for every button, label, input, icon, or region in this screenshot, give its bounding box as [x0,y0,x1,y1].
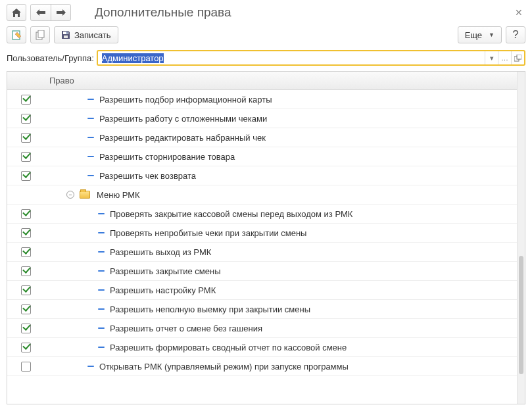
table-row[interactable]: Проверять закрытие кассовой смены перед … [7,205,517,224]
table-row[interactable]: Разрешить закрытие смены [7,262,517,281]
bullet-icon [98,289,105,291]
edit-button[interactable] [7,26,26,43]
table-row[interactable]: Проверять непробитые чеки при закрытии с… [7,224,517,243]
close-button[interactable]: ✕ [512,7,525,18]
table-row[interactable]: Разрешить выход из РМК [7,243,517,262]
bullet-icon [98,213,105,214]
combo-dropdown-button[interactable]: ▾ [485,51,498,64]
close-icon: ✕ [515,7,523,18]
user-group-combo[interactable]: ▾ … [97,50,525,66]
bullet-icon [98,232,105,233]
item-label: Разрешить чек возврата [99,171,196,181]
bullet-icon [98,347,105,348]
copy-button[interactable] [30,26,50,43]
svg-rect-2 [38,30,44,37]
checkbox[interactable] [21,304,31,314]
item-label: Разрешить работу с отложенными чеками [99,114,267,124]
more-button-label: Еще [465,30,482,40]
item-label: Разрешить настройку РМК [110,285,216,295]
table-row[interactable]: Разрешить работу с отложенными чеками [7,109,517,128]
checkbox[interactable] [21,343,31,352]
scrollbar-thumb[interactable] [519,256,523,374]
back-button[interactable] [31,5,51,20]
checkbox[interactable] [21,95,31,105]
item-label: Разрешить формировать сводный отчет по к… [110,343,347,352]
item-label: Открывать РМК (управляемый режим) при за… [99,362,349,372]
bullet-icon [87,366,94,367]
checkbox[interactable] [21,324,31,333]
table-row[interactable]: Разрешить неполную выемку при закрытии с… [7,300,517,319]
ellipsis-icon: … [501,54,508,62]
checkbox[interactable] [21,362,31,372]
table-row[interactable]: Открывать РМК (управляемый режим) при за… [7,357,517,376]
item-label: Разрешить подбор информационной карты [99,95,272,105]
chevron-down-icon: ▼ [489,32,495,38]
group-row[interactable]: −Меню РМК [7,185,517,205]
forward-button[interactable] [51,5,70,20]
combo-select-button[interactable]: … [498,51,511,64]
bullet-icon [98,327,105,329]
bullet-icon [98,308,105,310]
home-icon [12,9,21,17]
svg-rect-4 [64,36,68,38]
bullet-icon [87,156,94,157]
item-label: Разрешить редактировать набранный чек [99,133,266,143]
checkbox[interactable] [21,247,31,257]
scrollbar[interactable] [517,72,525,404]
user-group-input[interactable] [98,51,485,64]
combo-open-button[interactable] [511,51,524,64]
table-row[interactable]: Разрешить формировать сводный отчет по к… [7,338,517,357]
table-row[interactable]: Разрешить отчет о смене без гашения [7,319,517,338]
checkbox[interactable] [21,114,31,124]
checkbox[interactable] [21,133,31,143]
table-row[interactable]: Разрешить сторнирование товара [7,147,517,166]
save-button[interactable]: Записать [54,26,118,43]
table-row[interactable]: Разрешить настройку РМК [7,281,517,300]
item-label: Разрешить выход из РМК [110,247,211,257]
bullet-icon [87,175,94,176]
svg-rect-5 [66,32,68,34]
checkbox[interactable] [21,209,31,219]
table-row[interactable]: Разрешить подбор информационной карты [7,90,517,109]
checkbox[interactable] [21,266,31,276]
item-label: Разрешить неполную выемку при закрытии с… [110,304,310,314]
bullet-icon [98,270,105,272]
item-label: Проверять непробитые чеки при закрытии с… [110,228,306,238]
folder-icon [80,191,90,199]
save-button-label: Записать [74,30,111,40]
checkbox[interactable] [21,228,31,238]
svg-rect-7 [517,55,521,59]
checkbox[interactable] [21,171,31,181]
user-group-label: Пользователь/Группа: [7,53,94,63]
help-icon: ? [512,28,518,41]
item-label: Разрешить отчет о смене без гашения [110,324,262,333]
arrow-left-icon [36,9,45,16]
bullet-icon [87,118,94,119]
edit-icon [12,30,22,40]
help-button[interactable]: ? [506,26,525,43]
bullet-icon [87,137,94,138]
home-button[interactable] [7,4,26,21]
collapse-toggle[interactable]: − [66,191,74,199]
bullet-icon [87,99,94,100]
copy-icon [36,30,45,40]
item-label: Разрешить сторнирование товара [99,152,235,162]
page-title: Дополнительные права [95,5,504,20]
bullet-icon [98,251,105,253]
table-row[interactable]: Разрешить редактировать набранный чек [7,128,517,147]
group-label: Меню РМК [97,190,140,200]
save-icon [61,30,70,39]
item-label: Разрешить закрытие смены [110,266,220,276]
popup-icon [514,55,521,62]
chevron-down-icon: ▾ [490,54,494,62]
checkbox[interactable] [21,152,31,162]
column-header-right: Право [44,76,517,85]
arrow-right-icon [57,9,66,16]
table-row[interactable]: Разрешить чек возврата [7,166,517,185]
more-button[interactable]: Еще ▼ [458,26,502,43]
item-label: Проверять закрытие кассовой смены перед … [110,209,352,219]
checkbox[interactable] [21,285,31,295]
